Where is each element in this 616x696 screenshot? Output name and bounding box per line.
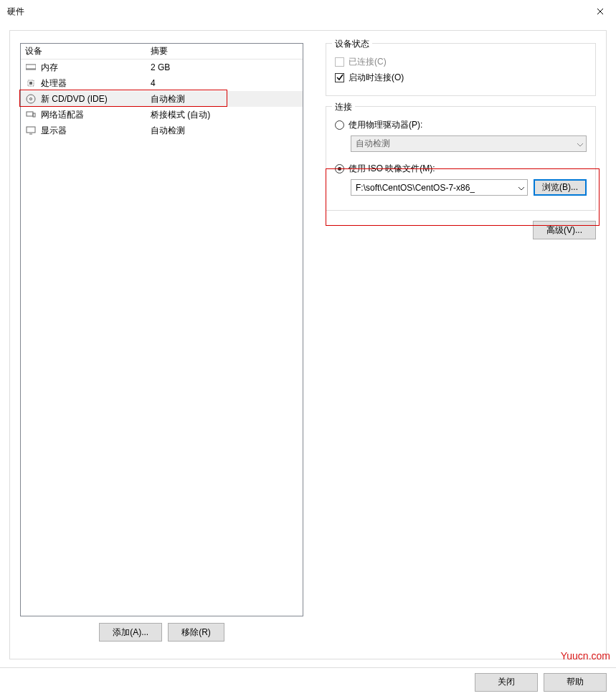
svg-rect-0: [26, 65, 36, 69]
device-name: 网络适配器: [41, 109, 151, 121]
connect-on-poweron-checkbox[interactable]: [335, 73, 344, 82]
svg-point-3: [27, 95, 35, 103]
connected-checkbox: [335, 57, 344, 67]
svg-rect-5: [27, 112, 33, 116]
main-panel: 设备 摘要 内存2 GB处理器4新 CD/DVD (IDE)自动检测网络适配器桥…: [9, 30, 607, 659]
nic-icon: [25, 109, 37, 120]
remove-button[interactable]: 移除(R): [168, 623, 224, 642]
physical-drive-radio[interactable]: [335, 120, 344, 130]
device-summary: 自动检测: [151, 93, 185, 105]
help-button[interactable]: 帮助: [544, 673, 607, 692]
advanced-button[interactable]: 高级(V)...: [533, 221, 596, 239]
cd-icon: [25, 93, 37, 105]
svg-rect-6: [33, 113, 35, 117]
physical-drive-label: 使用物理驱动器(P):: [349, 119, 422, 131]
physical-drive-combo-value: 自动检测: [356, 138, 390, 150]
iso-path-value: F:\soft\CentOS\CentOS-7-x86_: [356, 183, 475, 193]
memory-icon: [25, 62, 37, 73]
add-button[interactable]: 添加(A)...: [99, 623, 162, 642]
connected-label: 已连接(C): [349, 56, 387, 68]
cpu-icon: [25, 77, 37, 89]
device-row[interactable]: 新 CD/DVD (IDE)自动检测: [21, 91, 303, 107]
iso-path-combo[interactable]: F:\soft\CentOS\CentOS-7-x86_: [351, 179, 528, 196]
close-button[interactable]: 关闭: [475, 673, 538, 692]
svg-rect-2: [29, 82, 32, 85]
device-summary: 自动检测: [151, 125, 185, 137]
window-title: 硬件: [7, 6, 24, 18]
device-list: 设备 摘要 内存2 GB处理器4新 CD/DVD (IDE)自动检测网络适配器桥…: [20, 43, 303, 616]
device-name: 新 CD/DVD (IDE): [41, 93, 151, 105]
device-row[interactable]: 处理器4: [21, 75, 303, 91]
dialog-footer: 关闭 帮助: [0, 667, 616, 696]
physical-drive-combo: 自动检测: [351, 135, 587, 152]
device-name: 内存: [41, 62, 151, 74]
device-name: 处理器: [41, 77, 151, 90]
connect-on-poweron-label: 启动时连接(O): [349, 72, 404, 84]
device-row[interactable]: 显示器自动检测: [21, 123, 303, 138]
iso-file-label: 使用 ISO 映像文件(M):: [349, 163, 435, 175]
chevron-down-icon[interactable]: [518, 183, 524, 193]
col-summary[interactable]: 摘要: [151, 45, 303, 57]
device-summary: 4: [151, 78, 156, 88]
browse-button[interactable]: 浏览(B)...: [534, 179, 587, 196]
device-name: 显示器: [41, 125, 151, 137]
iso-file-radio[interactable]: [335, 164, 344, 173]
svg-point-4: [30, 98, 32, 100]
device-summary: 桥接模式 (自动): [151, 109, 210, 121]
display-icon: [25, 125, 37, 136]
device-row[interactable]: 内存2 GB: [21, 59, 303, 75]
device-status-legend: 设备状态: [332, 38, 372, 50]
connection-group: 连接 使用物理驱动器(P): 自动检测 使用 ISO 映像文件(M): F:\s…: [326, 106, 596, 211]
watermark: Yuucn.com: [561, 650, 610, 662]
device-list-header: 设备 摘要: [21, 44, 303, 59]
svg-rect-7: [27, 127, 35, 133]
close-icon[interactable]: [584, 0, 616, 23]
col-device[interactable]: 设备: [25, 45, 151, 57]
chevron-down-icon: [577, 139, 583, 149]
connection-legend: 连接: [332, 101, 355, 113]
device-status-group: 设备状态 已连接(C) 启动时连接(O): [326, 43, 596, 96]
device-row[interactable]: 网络适配器桥接模式 (自动): [21, 107, 303, 123]
device-summary: 2 GB: [151, 62, 170, 72]
